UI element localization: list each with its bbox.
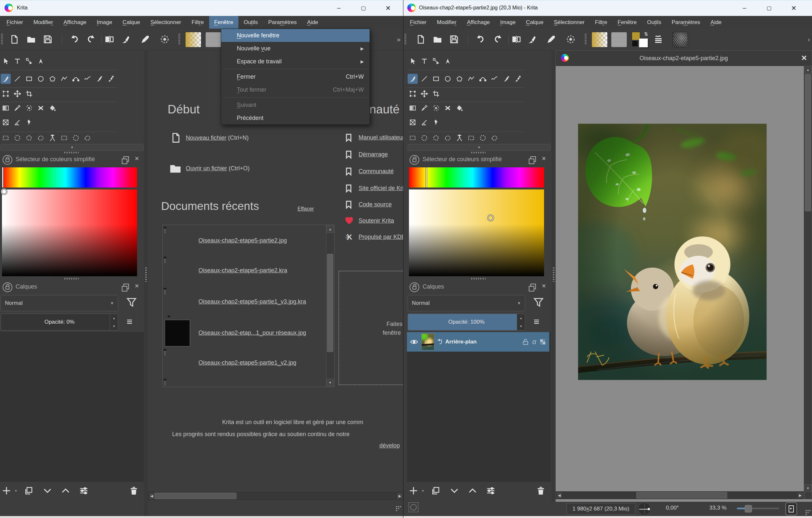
menu-item-tout-fermer[interactable]: Tout fermerCtrl+Maj+W — [221, 83, 370, 96]
swap-colors-icon[interactable]: ⇅ — [644, 31, 648, 37]
reference-images-tool[interactable] — [432, 118, 440, 126]
pen-icon[interactable] — [140, 33, 151, 46]
dock-splitter[interactable] — [552, 50, 555, 518]
menu-filtre[interactable]: Filtre — [590, 16, 613, 29]
menu-affichage[interactable]: Affichage — [462, 16, 495, 29]
selection-display-mode-button[interactable] — [409, 502, 418, 512]
assistants-tool[interactable] — [2, 118, 9, 126]
canvas-tab-bar[interactable]: Oiseaux-chap2-etape5-partie2.jpg ✕ — [556, 51, 812, 66]
pattern-circle-icon[interactable] — [565, 33, 576, 46]
delete-layer-button[interactable] — [534, 484, 547, 497]
scrollbar-thumb[interactable] — [327, 254, 333, 352]
list-item[interactable]: Oiseaux-chap2-etape5-partie2.jpg — [165, 227, 324, 257]
menu-outils[interactable]: Outils — [238, 16, 263, 29]
select-shapes-tool[interactable] — [2, 57, 9, 65]
mirror-view-button[interactable] — [104, 33, 115, 46]
ellipse-select-tool[interactable] — [13, 134, 21, 141]
bezier-tool[interactable] — [72, 75, 80, 83]
redo-button[interactable] — [86, 33, 97, 46]
layers-docker-header[interactable]: Calques × — [407, 282, 552, 294]
docker-float-icon[interactable] — [123, 284, 129, 289]
move-layer-down-button[interactable] — [448, 484, 461, 497]
color-docker-header[interactable]: Sélecteur de couleurs simplifié × — [407, 154, 552, 166]
menu-calque[interactable]: Calque — [117, 16, 145, 29]
community-link-website[interactable]: Site officiel de Krita — [358, 185, 403, 196]
layers-menu-button[interactable]: ≡ — [127, 316, 133, 327]
new-document-button[interactable] — [415, 33, 426, 46]
freehand-select-tool[interactable] — [444, 134, 452, 141]
community-link-manual[interactable]: Manuel utilisateur — [358, 134, 403, 145]
maximize-button[interactable]: ▢ — [757, 1, 781, 15]
edit-shapes-tool[interactable] — [25, 57, 33, 65]
rectangle-tool[interactable] — [25, 75, 33, 83]
community-link-community[interactable]: Communauté — [358, 168, 403, 179]
open-file-link[interactable]: Ouvrir un fichier (Ctrl+O) — [186, 165, 250, 172]
save-button[interactable] — [448, 33, 460, 46]
add-layer-button[interactable] — [407, 484, 420, 497]
close-button[interactable]: ✕ — [376, 1, 401, 15]
list-item[interactable]: Oiseaux-chap2-etape5-partie1_v2.jpg — [165, 349, 324, 379]
gradient-chooser[interactable] — [591, 32, 608, 48]
menu-parametres[interactable]: Paramètres — [263, 16, 302, 29]
menu-image[interactable]: Image — [495, 16, 521, 29]
sv-marker[interactable] — [488, 215, 494, 221]
zoom-slider-thumb[interactable] — [745, 505, 752, 513]
scroll-down-icon[interactable]: ▼ — [326, 379, 334, 386]
menu-calque[interactable]: Calque — [521, 16, 549, 29]
clear-recent-link[interactable]: Effacer — [297, 206, 314, 212]
resize-grip[interactable] — [396, 506, 402, 512]
footer-developer-link[interactable]: dévelop — [379, 442, 400, 449]
add-layer-button[interactable] — [0, 484, 13, 497]
polygon-tool[interactable] — [49, 75, 56, 83]
text-tool[interactable] — [420, 57, 428, 65]
edit-shapes-tool[interactable] — [432, 57, 440, 65]
docker-close-icon[interactable]: × — [542, 154, 546, 163]
layer-list-empty[interactable] — [0, 332, 144, 482]
measure-tool[interactable] — [13, 118, 21, 126]
fg-bg-color-widget[interactable]: ⇅ — [632, 32, 649, 48]
menu-filtre[interactable]: Filtre — [186, 16, 209, 29]
alpha-lock-icon[interactable]: α — [532, 338, 536, 346]
polyline-tool[interactable] — [60, 75, 68, 83]
dynamic-brush-tool[interactable] — [95, 75, 103, 83]
sv-box[interactable] — [2, 189, 137, 276]
hue-marker[interactable] — [2, 167, 3, 188]
polygon-select-tool[interactable] — [432, 134, 440, 141]
similar-select-tool[interactable] — [467, 134, 475, 141]
open-document-button[interactable] — [26, 33, 37, 46]
menu-fenetre[interactable]: Fenêtre — [209, 16, 239, 29]
spray-tool[interactable] — [432, 104, 440, 112]
minimize-button[interactable]: – — [732, 1, 757, 15]
mirror-view-button[interactable] — [511, 33, 522, 46]
docker-lock-icon[interactable] — [410, 282, 419, 292]
fill-tool[interactable] — [456, 104, 463, 112]
docker-handle[interactable] — [64, 152, 79, 154]
layer-name[interactable]: Arrière-plan — [445, 338, 476, 345]
menu-modifier[interactable]: Modifier — [28, 16, 58, 29]
layer-filter-button[interactable] — [533, 297, 544, 309]
layer-filter-button[interactable] — [126, 297, 137, 309]
bezier-tool[interactable] — [479, 75, 487, 83]
gradient-tool[interactable] — [409, 104, 416, 112]
add-layer-caret[interactable]: ▼ — [14, 489, 18, 493]
brush-icon[interactable] — [526, 33, 538, 46]
undo-button[interactable] — [69, 33, 80, 46]
docker-handle[interactable] — [471, 278, 486, 279]
rect-select-tool[interactable] — [409, 134, 416, 141]
zoom-slider[interactable] — [737, 508, 779, 509]
docker-float-icon[interactable] — [530, 284, 536, 289]
maximize-button[interactable]: ▢ — [351, 1, 376, 15]
menu-item-fermer[interactable]: FermerCtrl+W — [221, 70, 370, 83]
opacity-spin-buttons[interactable]: ▲▼ — [110, 314, 118, 330]
drop-image-zone[interactable]: Faites glisse fenêtre — [339, 271, 403, 385]
opacity-spin-buttons[interactable]: ▲▼ — [517, 314, 525, 330]
fill-tool[interactable] — [49, 104, 56, 112]
pattern-circle-icon[interactable] — [159, 33, 170, 46]
move-layer-down-button[interactable] — [41, 484, 54, 497]
menu-selectionner[interactable]: Sélectionner — [549, 16, 590, 29]
layer-lock-icon[interactable] — [522, 338, 529, 346]
add-layer-caret[interactable]: ▼ — [421, 489, 425, 493]
scrollbar-thumb[interactable] — [805, 74, 811, 211]
ellipse-tool[interactable] — [37, 75, 45, 83]
resize-grip[interactable] — [805, 510, 811, 515]
